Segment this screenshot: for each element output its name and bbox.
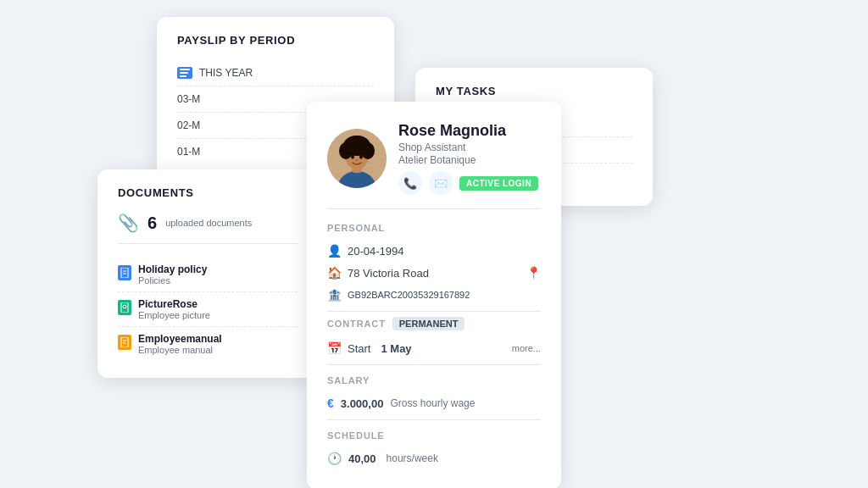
divider-1: [327, 311, 541, 312]
doc-name-1: PictureRose: [138, 298, 210, 310]
euro-icon: €: [327, 396, 334, 410]
address-value: 78 Victoria Road: [348, 267, 429, 280]
svg-rect-8: [121, 337, 128, 347]
salary-row: € 3.000,00 Gross hourly wage: [327, 392, 541, 414]
salary-label: Gross hourly wage: [390, 397, 475, 409]
doc-name-0: Holiday policy: [138, 263, 207, 275]
person-icon: 👤: [327, 244, 341, 258]
schedule-hours: 40,00: [348, 452, 376, 465]
schedule-label: hours/week: [387, 452, 438, 464]
svg-rect-1: [180, 72, 188, 74]
profile-name: Rose Magnolia: [398, 122, 538, 140]
doc-type-0: Policies: [138, 275, 207, 286]
iban-row: 🏦 GB92BARC20035329167892: [327, 284, 541, 306]
svg-rect-2: [180, 75, 186, 77]
contract-type-badge: PERMANENT: [392, 317, 465, 330]
payslip-03m-label: 03-M: [177, 93, 200, 105]
divider-3: [327, 419, 541, 420]
contract-start-label: Start: [348, 342, 370, 355]
contract-start-date: 1 May: [381, 342, 411, 355]
profile-actions: 📞 ✉️ ACTIVE LOGIN: [398, 171, 538, 195]
schedule-row: 🕐 40,00 hours/week: [327, 447, 541, 469]
profile-card: Rose Magnolia Shop Assistant Atelier Bot…: [307, 102, 561, 488]
doc-item-1[interactable]: PictureRose Employee picture: [118, 292, 298, 327]
salary-amount: 3.000,00: [341, 397, 384, 410]
svg-point-18: [346, 136, 368, 149]
svg-point-7: [123, 305, 126, 308]
doc-info-holiday: Holiday policy Policies: [138, 263, 207, 286]
documents-summary: 📎 6 uploaded documents: [118, 213, 298, 244]
home-icon: 🏠: [327, 266, 341, 280]
profile-header: Rose Magnolia Shop Assistant Atelier Bot…: [327, 122, 541, 209]
calendar-icon: 📅: [327, 341, 341, 355]
svg-rect-0: [180, 69, 190, 70]
contract-start-row: 📅 Start 1 May more...: [327, 337, 541, 359]
doc-name-2: Employeemanual: [138, 333, 222, 345]
profile-job-title: Shop Assistant: [398, 141, 538, 153]
dob-value: 20-04-1994: [348, 245, 404, 258]
contract-section-title: CONTRACT: [327, 319, 386, 329]
clock-icon: 🕐: [327, 452, 342, 465]
active-login-badge: ACTIVE LOGIN: [459, 176, 538, 191]
svg-point-21: [355, 159, 359, 162]
doc-item-0[interactable]: Holiday policy Policies: [118, 258, 298, 292]
doc-icon-manual: [118, 335, 131, 350]
map-pin-icon[interactable]: 📍: [526, 266, 541, 280]
address-row: 🏠 78 Victoria Road 📍: [327, 262, 541, 284]
documents-title: DOCUMENTS: [118, 186, 298, 199]
personal-section-title: PERSONAL: [327, 223, 541, 233]
svg-point-19: [351, 155, 354, 159]
payslip-01m-label: 01-M: [177, 146, 200, 158]
payslip-title: PAYSLIP BY PERIOD: [177, 34, 374, 47]
contract-more-link[interactable]: more...: [512, 343, 541, 353]
tasks-title: MY TASKS: [436, 85, 632, 97]
doc-count: 6: [147, 214, 157, 233]
paperclip-icon: 📎: [118, 213, 139, 233]
doc-type-2: Employee manual: [138, 345, 222, 355]
doc-type-1: Employee picture: [138, 310, 210, 320]
doc-item-2[interactable]: Employeemanual Employee manual: [118, 327, 298, 361]
salary-section-title: SALARY: [327, 375, 541, 385]
payslip-year-label: THIS YEAR: [199, 67, 253, 79]
payslip-02m-label: 02-M: [177, 119, 200, 131]
schedule-section-title: SCHEDULE: [327, 430, 541, 441]
iban-value: GB92BARC20035329167892: [348, 290, 470, 300]
dob-row: 👤 20-04-1994: [327, 240, 541, 262]
doc-icon-picture: [118, 300, 131, 315]
doc-info-manual: Employeemanual Employee manual: [138, 333, 222, 355]
documents-card: DOCUMENTS 📎 6 uploaded documents Holiday…: [97, 169, 318, 378]
doc-icon-holiday: [118, 265, 131, 280]
payslip-item-year[interactable]: THIS YEAR: [177, 60, 374, 86]
doc-info-picture: PictureRose Employee picture: [138, 298, 210, 320]
profile-info: Rose Magnolia Shop Assistant Atelier Bot…: [398, 122, 538, 195]
svg-point-20: [359, 155, 363, 159]
contract-section-header: CONTRACT PERMANENT: [327, 317, 541, 330]
profile-company: Atelier Botanique: [398, 154, 538, 166]
svg-rect-3: [121, 268, 128, 278]
svg-rect-6: [121, 302, 128, 313]
payslip-year-icon: [177, 67, 192, 79]
email-icon[interactable]: ✉️: [429, 171, 453, 195]
phone-icon[interactable]: 📞: [398, 171, 422, 195]
doc-count-label: uploaded documents: [165, 218, 252, 228]
divider-2: [327, 364, 541, 365]
bank-icon: 🏦: [327, 288, 341, 302]
avatar: [327, 129, 387, 188]
